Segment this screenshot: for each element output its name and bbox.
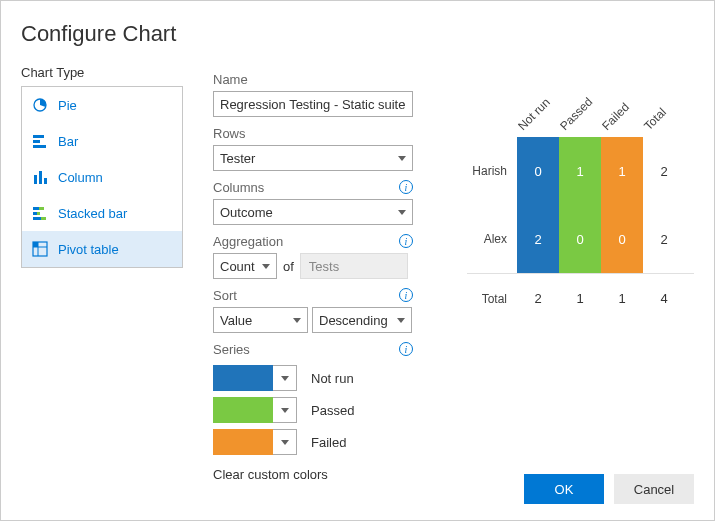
series-color-picker[interactable] [273,429,297,455]
pivot-cell: 2 [517,205,559,273]
chevron-down-icon [281,440,289,445]
svg-rect-5 [39,171,42,184]
series-label: Series [213,342,250,357]
pivot-cell: 0 [559,205,601,273]
sort-label: Sort [213,288,237,303]
columns-label: Columns [213,180,264,195]
pivot-total-label: Total [467,292,517,306]
info-icon[interactable]: i [399,288,413,302]
pivot-column-total: 2 [517,291,559,306]
pivot-column-header: Total [641,105,669,133]
name-input[interactable] [213,91,413,117]
aggregation-field: Tests [300,253,408,279]
pivot-table-icon [32,241,48,257]
pivot-row-total: 2 [643,137,685,205]
pivot-preview: Not runPassedFailedTotal Harish0112Alex2… [467,77,694,323]
svg-rect-6 [44,178,47,184]
chevron-down-icon [281,376,289,381]
series-color-swatch [213,397,273,423]
name-label: Name [213,72,248,87]
pivot-cell: 1 [559,137,601,205]
chart-type-item-label: Pie [58,98,77,113]
series-row: Failed [213,429,433,455]
chart-type-item-label: Pivot table [58,242,119,257]
series-color-picker[interactable] [273,397,297,423]
info-icon[interactable]: i [399,342,413,356]
pivot-column-total: 4 [643,291,685,306]
svg-rect-9 [33,212,37,215]
rows-label: Rows [213,126,246,141]
chevron-down-icon [398,156,406,161]
chart-type-item-label: Column [58,170,103,185]
chart-type-item-label: Bar [58,134,78,149]
rows-select-value: Tester [220,151,255,166]
info-icon[interactable]: i [399,180,413,194]
svg-rect-7 [33,207,39,210]
sort-direction-select[interactable]: Descending [312,307,412,333]
series-color-picker[interactable] [273,365,297,391]
of-label: of [283,259,294,274]
pivot-cell: 1 [601,137,643,205]
chart-type-list: Pie Bar Column Stacked bar Pivot table [21,86,183,268]
svg-rect-2 [33,140,40,143]
chevron-down-icon [281,408,289,413]
aggregation-select-value: Count [220,259,255,274]
rows-select[interactable]: Tester [213,145,413,171]
columns-select[interactable]: Outcome [213,199,413,225]
info-icon[interactable]: i [399,234,413,248]
svg-rect-1 [33,135,44,138]
column-icon [32,169,48,185]
chevron-down-icon [397,318,405,323]
pivot-row-header: Harish [467,164,517,178]
chart-type-pie[interactable]: Pie [22,87,182,123]
ok-button[interactable]: OK [524,474,604,504]
pivot-column-header: Not run [515,95,553,133]
columns-select-value: Outcome [220,205,273,220]
series-color-swatch [213,429,273,455]
pie-icon [32,97,48,113]
svg-rect-11 [33,217,41,220]
aggregation-label: Aggregation [213,234,283,249]
svg-rect-3 [33,145,46,148]
pivot-column-total: 1 [559,291,601,306]
pivot-row: Harish0112 [467,137,694,205]
series-row: Not run [213,365,433,391]
chart-type-label: Chart Type [21,65,183,80]
bar-icon [32,133,48,149]
pivot-row-header: Alex [467,232,517,246]
chevron-down-icon [293,318,301,323]
svg-rect-4 [34,175,37,184]
pivot-column-total: 1 [601,291,643,306]
series-color-swatch [213,365,273,391]
sort-by-select[interactable]: Value [213,307,308,333]
pivot-cell: 0 [601,205,643,273]
chevron-down-icon [398,210,406,215]
clear-custom-colors-link[interactable]: Clear custom colors [213,467,433,482]
series-row: Passed [213,397,433,423]
series-label: Failed [311,435,346,450]
series-label: Passed [311,403,354,418]
series-label: Not run [311,371,354,386]
chart-type-bar[interactable]: Bar [22,123,182,159]
sort-by-value: Value [220,313,252,328]
pivot-row: Alex2002 [467,205,694,273]
sort-direction-value: Descending [319,313,388,328]
stacked-bar-icon [32,205,48,221]
chart-type-pivot-table[interactable]: Pivot table [22,231,182,267]
chart-type-column[interactable]: Column [22,159,182,195]
svg-rect-16 [33,242,38,247]
chart-type-stacked-bar[interactable]: Stacked bar [22,195,182,231]
dialog-title: Configure Chart [21,21,694,47]
svg-rect-10 [37,212,40,215]
pivot-cell: 0 [517,137,559,205]
pivot-column-header: Failed [599,100,632,133]
svg-rect-8 [39,207,44,210]
chevron-down-icon [262,264,270,269]
cancel-button[interactable]: Cancel [614,474,694,504]
chart-type-item-label: Stacked bar [58,206,127,221]
svg-rect-12 [41,217,46,220]
pivot-column-header: Passed [557,95,595,133]
pivot-row-total: 2 [643,205,685,273]
aggregation-select[interactable]: Count [213,253,277,279]
